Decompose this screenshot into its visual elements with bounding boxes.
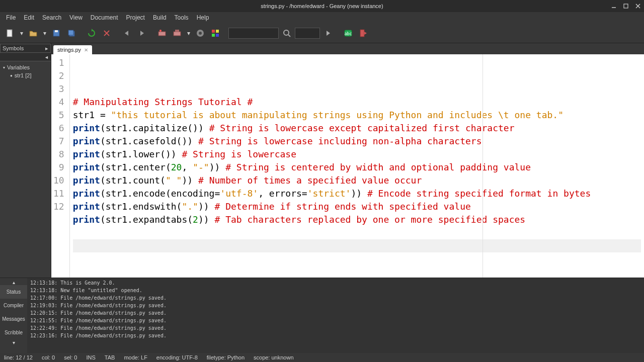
new-file-dropdown[interactable]: ▾ — [18, 30, 25, 37]
goto-line-button[interactable] — [280, 26, 294, 40]
tab-strings-py[interactable]: strings.py ✕ — [53, 45, 92, 54]
reload-button[interactable] — [85, 26, 99, 40]
code-line[interactable] — [73, 239, 641, 252]
code-line[interactable]: # Manipulating Strings Tutorial # — [73, 96, 641, 109]
compile-button[interactable] — [155, 26, 169, 40]
toolbar: ▾ ▾ ▾ abc — [0, 23, 644, 43]
svg-marker-14 — [140, 31, 144, 36]
build-button[interactable] — [170, 26, 184, 40]
panel-tab-messages[interactable]: Messages — [0, 312, 27, 326]
svg-rect-24 — [216, 34, 219, 37]
chevron-down-icon: ▾ — [3, 65, 5, 70]
code-editor[interactable]: 123456789101112 # Manipulating Strings T… — [51, 54, 644, 278]
svg-point-20 — [199, 32, 202, 35]
search-input[interactable] — [295, 28, 320, 39]
tree-symbol-str1[interactable]: ●str1 [2] — [1, 71, 50, 79]
sidebar-selector[interactable]: Symbols▸ — [0, 44, 51, 53]
menu-help[interactable]: Help — [193, 13, 213, 22]
goto-line-input[interactable] — [228, 28, 279, 39]
tab-close-icon[interactable]: ✕ — [84, 47, 88, 53]
status-messages[interactable]: 12:13:18: This is Geany 2.0.12:13:18: Ne… — [27, 278, 644, 353]
menu-view[interactable]: View — [65, 13, 87, 22]
log-entry: 12:23:16: File /home/edward/strings.py s… — [30, 332, 641, 339]
log-entry: 12:21:55: File /home/edward/strings.py s… — [30, 317, 641, 324]
new-file-button[interactable] — [3, 26, 17, 40]
nav-forward-button[interactable] — [135, 26, 149, 40]
status-indent: TAB — [105, 354, 115, 360]
status-line: line: 12 / 12 — [4, 354, 33, 360]
menu-document[interactable]: Document — [87, 13, 122, 22]
svg-rect-15 — [158, 32, 166, 36]
log-entry: 12:19:03: File /home/edward/strings.py s… — [30, 302, 641, 309]
close-file-button[interactable] — [100, 26, 114, 40]
execute-button[interactable]: abc — [341, 26, 355, 40]
statusbar: line: 12 / 12 col: 0 sel: 0 INS TAB mode… — [0, 353, 644, 362]
code-line[interactable]: str1 = "this tutorial is about manipulat… — [73, 109, 641, 122]
save-button[interactable] — [49, 26, 63, 40]
svg-rect-9 — [68, 30, 73, 35]
svg-rect-1 — [624, 4, 628, 8]
code-line[interactable]: print(str1.capitalize()) # String is low… — [73, 122, 641, 135]
code-line[interactable] — [73, 226, 641, 239]
svg-line-26 — [288, 35, 290, 37]
panel-scroll-up[interactable]: ▴ — [0, 279, 27, 285]
svg-marker-31 — [364, 32, 367, 35]
menubar: File Edit Search View Document Project B… — [0, 12, 644, 23]
symbols-tree: ▾Variables ●str1 [2] — [0, 61, 51, 278]
svg-point-16 — [159, 30, 162, 32]
panel-tab-status[interactable]: Status — [0, 285, 27, 299]
open-recent-dropdown[interactable]: ▾ — [41, 30, 48, 37]
minimize-button[interactable] — [610, 2, 618, 10]
panel-tab-scribble[interactable]: Scribble — [0, 326, 27, 339]
menu-edit[interactable]: Edit — [20, 13, 38, 22]
svg-rect-21 — [212, 30, 215, 33]
nav-back-button[interactable] — [120, 26, 134, 40]
menu-project[interactable]: Project — [122, 13, 149, 22]
status-col: col: 0 — [42, 354, 55, 360]
titlebar: strings.py - /home/edward - Geany (new i… — [0, 0, 644, 12]
status-scope: scope: unknown — [254, 354, 294, 360]
log-entry: 12:17:00: File /home/edward/strings.py s… — [30, 294, 641, 302]
svg-marker-10 — [92, 29, 93, 32]
editor-tabs: strings.py ✕ — [51, 43, 644, 54]
close-button[interactable] — [634, 2, 642, 10]
svg-text:abc: abc — [345, 32, 352, 36]
status-encoding: encoding: UTF-8 — [156, 354, 198, 360]
log-entry: 12:13:18: This is Geany 2.0. — [30, 279, 641, 287]
code-line[interactable]: print(str1.casefold()) # String is lower… — [73, 135, 641, 148]
run-button[interactable] — [193, 26, 207, 40]
svg-point-25 — [284, 30, 289, 35]
panel-tab-compiler[interactable]: Compiler — [0, 299, 27, 312]
status-filetype: filetype: Python — [207, 354, 245, 360]
sidebar-collapse-icon[interactable]: ◄ — [44, 55, 49, 60]
code-line[interactable]: print(str1.encode(encoding='utf-8', erro… — [73, 187, 641, 200]
search-button[interactable] — [321, 26, 335, 40]
status-eol: mode: LF — [124, 354, 147, 360]
tree-category-variables[interactable]: ▾Variables — [1, 63, 50, 71]
code-line[interactable]: print(str1.expandtabs(2)) # Tab characte… — [73, 213, 641, 226]
code-line[interactable]: print(str1.endswith(".")) # Determine if… — [73, 200, 641, 213]
menu-build[interactable]: Build — [149, 13, 171, 22]
message-panel: ▴ Status Compiler Messages Scribble ▾ 12… — [0, 278, 644, 353]
code-line[interactable]: print(str1.lower()) # String is lowercas… — [73, 148, 641, 161]
save-all-button[interactable] — [64, 26, 78, 40]
panel-scroll-down[interactable]: ▾ — [0, 339, 27, 345]
svg-rect-23 — [212, 34, 215, 37]
menu-file[interactable]: File — [2, 13, 20, 22]
variable-icon: ● — [10, 73, 13, 78]
menu-search[interactable]: Search — [38, 13, 65, 22]
menu-tools[interactable]: Tools — [171, 13, 193, 22]
quit-button[interactable] — [356, 26, 370, 40]
status-insert-mode: INS — [86, 354, 95, 360]
log-entry: 12:22:49: File /home/edward/strings.py s… — [30, 324, 641, 332]
code-content[interactable]: # Manipulating Strings Tutorial #str1 = … — [70, 54, 644, 278]
build-dropdown[interactable]: ▾ — [185, 30, 192, 37]
log-entry: 12:20:15: File /home/edward/strings.py s… — [30, 309, 641, 317]
color-picker-button[interactable] — [208, 26, 222, 40]
code-line[interactable]: print(str1.center(20, "-")) # String is … — [73, 161, 641, 174]
tab-label: strings.py — [57, 47, 81, 53]
open-file-button[interactable] — [26, 26, 40, 40]
code-line[interactable]: print(str1.count(" ")) # Number of times… — [73, 174, 641, 187]
maximize-button[interactable] — [622, 2, 630, 10]
line-gutter: 123456789101112 — [51, 54, 70, 278]
